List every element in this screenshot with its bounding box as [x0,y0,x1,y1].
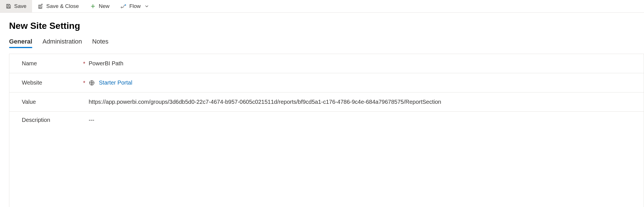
name-value: PowerBI Path [89,60,123,67]
value-label: Value [22,99,36,105]
required-indicator: * [83,61,88,66]
save-close-icon [38,3,43,9]
description-value: --- [89,117,94,123]
new-label: New [99,3,109,9]
value-input[interactable]: https://app.powerbi.com/groups/3d6db5d0-… [88,99,631,105]
svg-point-2 [121,7,122,8]
flow-icon [121,3,126,9]
save-label: Save [14,3,26,9]
svg-rect-3 [125,5,126,6]
tab-list: General Administration Notes [9,38,644,48]
tab-general[interactable]: General [9,38,32,48]
tab-administration[interactable]: Administration [42,38,82,48]
plus-icon [90,3,96,9]
save-icon [6,3,11,9]
website-link[interactable]: Starter Portal [99,79,132,86]
name-input[interactable]: PowerBI Path [88,60,631,67]
flow-label: Flow [129,3,141,9]
tab-notes[interactable]: Notes [92,38,108,48]
save-button[interactable]: Save [0,0,32,12]
description-label: Description [22,117,50,123]
website-label: Website [22,79,42,86]
flow-button[interactable]: Flow [115,0,154,12]
svg-rect-1 [39,7,41,8]
value-text: https://app.powerbi.com/groups/3d6db5d0-… [89,99,441,105]
website-lookup[interactable]: Starter Portal [88,79,631,86]
chevron-down-icon [145,4,149,8]
field-row-value: Value https://app.powerbi.com/groups/3d6… [9,92,644,112]
field-row-name: Name * PowerBI Path [9,54,644,73]
globe-icon [89,80,95,86]
save-close-label: Save & Close [46,3,79,9]
description-input[interactable]: --- [88,117,631,123]
command-bar: Save Save & Close New Flow [0,0,644,13]
form-panel: Name * PowerBI Path Website * Starter Po… [9,54,644,207]
required-indicator: * [83,80,88,86]
field-row-description: Description --- [9,112,644,207]
name-label: Name [22,60,37,67]
save-close-button[interactable]: Save & Close [32,0,84,12]
page-title: New Site Setting [9,21,644,31]
svg-rect-0 [7,7,10,8]
new-button[interactable]: New [84,0,115,12]
field-row-website: Website * Starter Portal [9,73,644,92]
